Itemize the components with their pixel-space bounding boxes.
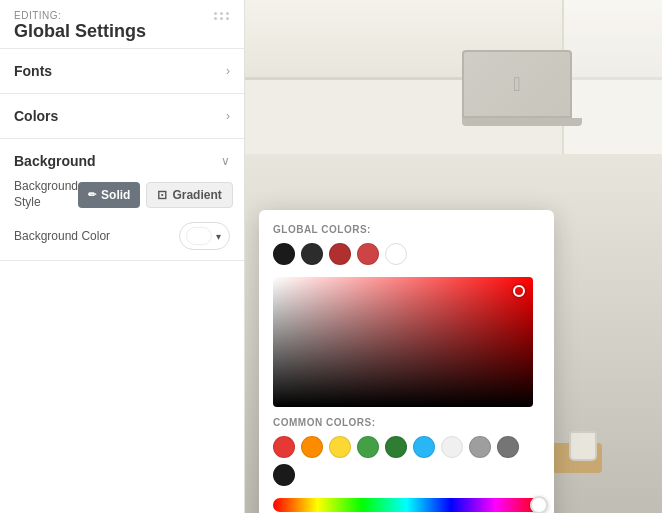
- hue-slider-container: [273, 498, 540, 513]
- swatch-blue-light[interactable]: [413, 436, 435, 458]
- fonts-label: Fonts: [14, 63, 52, 79]
- swatch-black1[interactable]: [273, 243, 295, 265]
- laptop: : [462, 50, 582, 130]
- fonts-row[interactable]: Fonts ›: [0, 49, 244, 93]
- global-colors-swatches: [273, 243, 540, 265]
- swatch-red[interactable]: [273, 436, 295, 458]
- swatch-red-dark[interactable]: [329, 243, 351, 265]
- color-gradient-canvas[interactable]: [273, 277, 533, 407]
- swatch-green-dark[interactable]: [385, 436, 407, 458]
- swatch-light-gray[interactable]: [441, 436, 463, 458]
- gradient-indicator: [513, 285, 525, 297]
- colors-section: Colors ›: [0, 94, 244, 139]
- swatch-black[interactable]: [273, 464, 295, 486]
- colors-label: Colors: [14, 108, 58, 124]
- colors-chevron: ›: [226, 109, 230, 123]
- common-colors-title: COMMON COLORS:: [273, 417, 540, 428]
- background-style-label: Background Style: [14, 179, 78, 210]
- swatch-yellow[interactable]: [329, 436, 351, 458]
- common-colors-swatches: [273, 436, 540, 486]
- dropdown-arrow-icon: ▾: [216, 231, 221, 242]
- laptop-screen: : [462, 50, 572, 118]
- colors-row[interactable]: Colors ›: [0, 94, 244, 138]
- color-preview-button[interactable]: ▾: [179, 222, 230, 250]
- swatch-red-mid[interactable]: [357, 243, 379, 265]
- background-color-label: Background Color: [14, 229, 110, 243]
- background-label: Background: [14, 153, 96, 169]
- color-swatch: [186, 227, 212, 245]
- swatch-orange[interactable]: [301, 436, 323, 458]
- fonts-section: Fonts ›: [0, 49, 244, 94]
- swatch-gray[interactable]: [469, 436, 491, 458]
- hue-slider-thumb[interactable]: [530, 496, 548, 513]
- laptop-base: [462, 118, 582, 126]
- gradient-button[interactable]: ⊡ Gradient: [146, 182, 232, 208]
- hue-slider[interactable]: [273, 498, 540, 512]
- coffee-cup: [569, 431, 597, 461]
- main-content:  GLOBAL COLORS: COMMON COLORS:: [245, 0, 662, 513]
- sidebar-title: Global Settings: [14, 21, 230, 42]
- color-picker-popup: GLOBAL COLORS: COMMON COLORS:: [259, 210, 554, 513]
- style-buttons: ✏ Solid ⊡ Gradient: [78, 182, 233, 208]
- pencil-icon: ✏: [88, 189, 96, 200]
- background-style-row: Background Style ✏ Solid ⊡ Gradient: [14, 179, 230, 210]
- fonts-chevron: ›: [226, 64, 230, 78]
- solid-button[interactable]: ✏ Solid: [78, 182, 140, 208]
- swatch-black2[interactable]: [301, 243, 323, 265]
- gradient-icon: ⊡: [157, 188, 167, 202]
- swatch-green-light[interactable]: [357, 436, 379, 458]
- drag-handle: [214, 12, 230, 20]
- global-colors-title: GLOBAL COLORS:: [273, 224, 540, 235]
- background-header[interactable]: Background ∨: [14, 139, 230, 179]
- background-color-row: Background Color ▾: [14, 222, 230, 250]
- swatch-white[interactable]: [385, 243, 407, 265]
- background-section: Background ∨ Background Style ✏ Solid ⊡ …: [0, 139, 244, 261]
- editing-label: EDITING:: [14, 10, 230, 21]
- background-chevron: ∨: [221, 154, 230, 168]
- sidebar: EDITING: Global Settings Fonts › Colors …: [0, 0, 245, 513]
- swatch-gray-mid[interactable]: [497, 436, 519, 458]
- apple-logo: : [513, 73, 520, 96]
- sidebar-header: EDITING: Global Settings: [0, 0, 244, 49]
